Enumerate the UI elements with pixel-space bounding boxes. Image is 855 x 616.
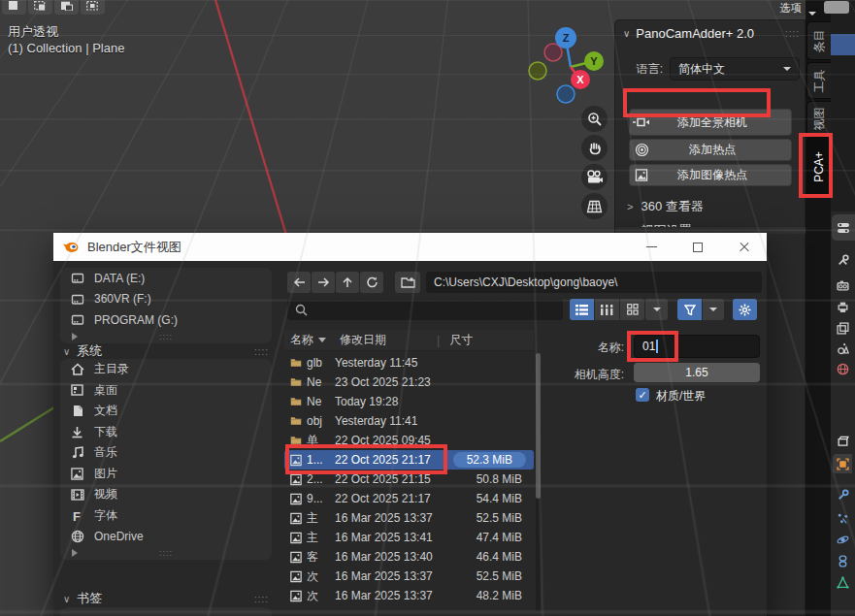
object-properties-tab[interactable]: [833, 454, 852, 473]
select-new-button[interactable]: [2, 0, 26, 15]
box-grip[interactable]: ::::: [60, 547, 272, 560]
search-input[interactable]: [287, 299, 563, 320]
select-extend-button[interactable]: [28, 0, 52, 15]
video-icon: [70, 489, 84, 501]
sidebar-tab-2[interactable]: 视图: [806, 101, 831, 136]
gizmo-neg-y[interactable]: [529, 62, 546, 80]
output-properties-tab[interactable]: [833, 297, 852, 316]
system-item[interactable]: 音乐: [60, 442, 272, 464]
refresh-button[interactable]: [360, 272, 383, 293]
file-row[interactable]: glb Yesterday 11:45: [284, 353, 534, 373]
gizmo-neg-z[interactable]: [557, 85, 575, 103]
sidebar-tab-1[interactable]: 工具: [806, 62, 831, 99]
system-item[interactable]: 视频: [60, 484, 272, 505]
system-section-header[interactable]: ∨ 系统 ::::: [63, 342, 269, 360]
up-directory-button[interactable]: [336, 272, 359, 293]
add-hotspot-button[interactable]: 添加热点: [629, 139, 792, 161]
system-item[interactable]: 图片: [60, 464, 272, 485]
file-row[interactable]: 次 16 Mar 2025 13:37 52.5 MiB: [284, 567, 534, 586]
system-item[interactable]: F字体: [60, 505, 272, 527]
file-size: 54.4 MiB: [444, 492, 534, 505]
physics-properties-tab[interactable]: [833, 530, 852, 549]
zoom-button[interactable]: [581, 106, 608, 132]
section-label: 360 查看器: [641, 198, 703, 215]
select-intersect-button[interactable]: [81, 0, 105, 15]
view-thumbnails-button[interactable]: [620, 299, 644, 320]
file-row[interactable]: Ne Today 19:28: [284, 392, 534, 411]
material-world-checkbox[interactable]: ✓: [636, 388, 649, 402]
outliner-filter-button[interactable]: [824, 1, 849, 14]
camera-height-field[interactable]: 1.65: [634, 363, 760, 382]
pan-hand-button[interactable]: [581, 135, 608, 161]
sidebar-tab-0[interactable]: 条目: [806, 21, 831, 60]
display-settings-dropdown[interactable]: [645, 299, 668, 320]
world-properties-tab[interactable]: [833, 359, 852, 378]
gear-icon[interactable]: [733, 299, 757, 320]
system-item[interactable]: 桌面: [60, 380, 272, 402]
system-header-label: 系统: [77, 342, 102, 360]
chevron-down-icon[interactable]: [808, 2, 816, 19]
column-date[interactable]: 修改日期: [340, 332, 386, 348]
column-size[interactable]: 尺寸: [449, 332, 473, 348]
dialog-titlebar[interactable]: Blender文件视图: [53, 233, 767, 261]
scene-properties-tab[interactable]: [833, 339, 852, 358]
path-field[interactable]: C:\Users\CXJ\Desktop\gong\baoye\: [426, 272, 762, 293]
system-item-label: 音乐: [94, 444, 117, 461]
volume-item[interactable]: DATA (E:): [60, 268, 272, 289]
particles-properties-tab[interactable]: [833, 508, 852, 528]
filter-button[interactable]: [677, 299, 702, 320]
object-data-properties-tab[interactable]: [833, 572, 852, 592]
file-date: Yesterday 11:45: [335, 356, 444, 370]
file-row[interactable]: 9... 22 Oct 2025 21:17 54.4 MiB: [284, 489, 534, 508]
system-item[interactable]: OneDrive: [60, 526, 272, 547]
material-world-label: 材质/世界: [656, 388, 706, 405]
orthographic-grid-button[interactable]: [581, 193, 608, 219]
collapsed-section-360-viewer[interactable]: >360 查看器: [627, 198, 704, 215]
file-list-scrollbar[interactable]: [536, 353, 541, 611]
maximize-button[interactable]: [682, 233, 713, 261]
collection-properties-tab[interactable]: [833, 431, 852, 450]
viewport-collection-label: (1) Collection | Plane: [8, 41, 124, 55]
volume-item[interactable]: PROGRAM (G:): [60, 309, 272, 331]
language-select[interactable]: 简体中文: [670, 57, 800, 81]
system-item[interactable]: 下载: [60, 422, 272, 443]
filter-settings-dropdown[interactable]: [703, 299, 724, 320]
file-row[interactable]: obj Yesterday 11:41: [284, 411, 534, 431]
bookmarks-header-label: 书签: [77, 590, 102, 607]
file-row[interactable]: 次 16 Mar 2025 13:37 48.2 MiB: [284, 586, 534, 605]
image-file-icon: [284, 551, 302, 564]
system-item[interactable]: 文档: [60, 401, 272, 422]
add-image-hotspot-button[interactable]: 添加图像热点: [629, 164, 792, 186]
render-properties-tab[interactable]: [833, 276, 852, 295]
forward-button[interactable]: [312, 272, 335, 293]
column-name[interactable]: 名称: [284, 332, 326, 348]
editor-type-selector[interactable]: [832, 214, 855, 241]
view-list-horizontal-button[interactable]: [595, 299, 619, 320]
navigation-gizmo[interactable]: Z Y X: [527, 24, 614, 108]
section-grip[interactable]: ::::: [254, 346, 269, 357]
new-folder-button[interactable]: [395, 272, 420, 293]
section-grip[interactable]: ::::: [254, 594, 269, 604]
box-grip[interactable]: ::::: [60, 331, 272, 343]
select-subtract-button[interactable]: [54, 0, 79, 15]
bookmarks-section-header[interactable]: ∨ 书签 ::::: [63, 590, 269, 607]
system-item[interactable]: 主目录: [60, 359, 272, 380]
outliner-selected-row[interactable]: [831, 34, 855, 55]
constraints-properties-tab[interactable]: [833, 551, 852, 570]
panel-grip[interactable]: ::::: [785, 28, 800, 39]
volume-item[interactable]: 360VR (F:): [60, 289, 272, 310]
view-list-vertical-button[interactable]: [570, 299, 594, 320]
tool-properties-tab[interactable]: [833, 250, 852, 270]
back-button[interactable]: [287, 272, 311, 293]
close-button[interactable]: [729, 233, 760, 261]
view-layer-properties-tab[interactable]: [833, 318, 852, 338]
modifiers-properties-tab[interactable]: [833, 485, 852, 504]
camera-view-button[interactable]: [581, 164, 608, 190]
minimize-button[interactable]: [636, 233, 667, 261]
file-row[interactable]: 主 16 Mar 2025 13:37 52.5 MiB: [284, 508, 534, 528]
file-name: 主: [302, 530, 335, 546]
file-row[interactable]: 客 16 Mar 2025 13:40 46.4 MiB: [284, 547, 534, 567]
file-row[interactable]: Ne 23 Oct 2025 21:23: [284, 373, 534, 392]
panel-collapse-icon[interactable]: ∨: [623, 28, 630, 39]
file-row[interactable]: 主 16 Mar 2025 13:41 47.4 MiB: [284, 528, 534, 547]
